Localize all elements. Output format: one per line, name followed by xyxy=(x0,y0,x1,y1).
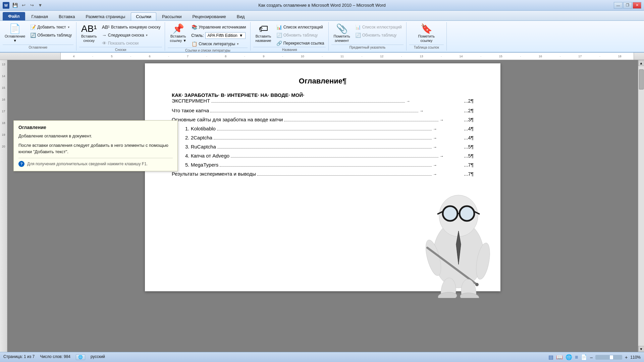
update-table-button[interactable]: 🔄 Обновить таблицу xyxy=(29,32,73,39)
undo-button[interactable]: ↩ xyxy=(20,2,27,9)
citations-content: 📌 Вставитьссылку ▼ 📚 Управление источник… xyxy=(168,23,248,48)
ribbon-group-index: 📎 Пометитьэлемент 📊 Список иллюстраций 🔄… xyxy=(329,22,406,51)
ribbon-group-captions: 🏷 Вставитьназвание 📊 Список иллюстраций … xyxy=(251,22,329,51)
add-text-icon: 📝 xyxy=(30,24,36,30)
mark-element-icon: 📎 xyxy=(336,24,348,34)
scroll-up-button[interactable]: ▲ xyxy=(638,60,644,66)
manage-sources-btn[interactable]: 📚 Управление источниками xyxy=(190,23,248,31)
tab-file[interactable]: Файл xyxy=(3,12,25,20)
update-index-label: Обновить таблицу xyxy=(362,33,397,38)
view-outline-btn[interactable]: ≡ xyxy=(575,354,578,360)
language-button[interactable]: 🌐 xyxy=(76,354,85,360)
svg-point-4 xyxy=(460,206,474,221)
document[interactable]: Оглавление¶ КАК· ЗАРАБОТАТЬ· В· ИНТЕРНЕТ… xyxy=(145,63,500,291)
bibliography-label: Список литературы xyxy=(199,42,235,46)
tab-home[interactable]: Главная xyxy=(26,12,53,20)
toc-entry-4: 2. 2Captcha → ...4¶ xyxy=(172,135,474,140)
tab-page-layout[interactable]: Разметка страницы xyxy=(80,12,130,20)
toc-text-6: 4. Капча от Advego xyxy=(185,153,229,159)
view-web-btn[interactable]: 🌐 xyxy=(566,354,572,360)
style-dropdown[interactable]: APA Fifth Edition ▼ xyxy=(205,32,246,39)
update-table2-btn[interactable]: 🔄 Обновить таблицу xyxy=(275,32,326,39)
next-footnote-label: Следующая сноска xyxy=(108,33,144,38)
style-row: Стиль: APA Fifth Edition ▼ xyxy=(190,32,248,40)
status-left: Страница: 1 из 7 Число слов: 984 🌐 русск… xyxy=(3,354,105,360)
toc-col: 📝 Добавить текст ▼ 🔄 Обновить таблицу xyxy=(29,23,73,39)
toc-entry-2: Основные сайты для заработка на вводе ка… xyxy=(172,117,474,122)
toc-button[interactable]: 📄 Оглавление ▼ xyxy=(3,23,27,44)
insert-citation-label: Вставитьссылку ▼ xyxy=(170,34,186,43)
status-right: ▤ 📖 🌐 ≡ 📄 – + 110% xyxy=(548,354,641,360)
bibliography-btn[interactable]: 📋 Список литературы ▼ xyxy=(190,40,248,48)
toc-text-4: 2. 2Captcha xyxy=(185,135,212,140)
toc-icon: 📄 xyxy=(9,24,21,34)
footnotes-group-label: Сноски xyxy=(79,47,162,52)
figure-container xyxy=(410,157,507,298)
insert-index-btn[interactable]: 📊 Список иллюстраций xyxy=(354,23,404,31)
window-title: Как создать оглавление в Microsoft Word … xyxy=(258,3,385,8)
zoom-thumb[interactable] xyxy=(609,355,613,360)
tab-review[interactable]: Рецензирование xyxy=(187,12,231,20)
toc-arrow-4: → xyxy=(433,136,437,140)
tab-view[interactable]: Вид xyxy=(232,12,250,20)
cross-ref-btn[interactable]: 🔗 Перекрестная ссылка xyxy=(275,40,326,47)
figures-list-btn[interactable]: 📊 Список иллюстраций xyxy=(275,23,326,31)
insert-endnote-btn[interactable]: AB¹ Вставить концевую сноску xyxy=(100,23,162,31)
save-button[interactable]: 💾 xyxy=(11,2,19,9)
captions-col: 📊 Список иллюстраций 🔄 Обновить таблицу … xyxy=(275,23,326,47)
toa-content: 🔖 Пометитьссылку xyxy=(416,23,437,45)
update-index-btn[interactable]: 🔄 Обновить таблицу xyxy=(354,32,404,39)
footnotes-content: AB¹ Вставитьсноску AB¹ Вставить концевую… xyxy=(79,23,162,47)
citations-col: 📚 Управление источниками Стиль: APA Fift… xyxy=(190,23,248,48)
vertical-scrollbar[interactable]: ▲ ▼ xyxy=(638,60,644,352)
close-button[interactable]: ✕ xyxy=(633,2,641,9)
toc-entry-0: КАК· ЗАРАБОТАТЬ· В· ИНТЕРНЕТЕ· НА· ВВОДЕ… xyxy=(172,92,474,104)
toc-arrow-2: → xyxy=(440,118,444,122)
add-text-button[interactable]: 📝 Добавить текст ▼ xyxy=(29,23,73,31)
mark-element-btn[interactable]: 📎 Пометитьэлемент xyxy=(331,23,352,44)
customize-button[interactable]: ▼ xyxy=(37,2,44,9)
toc-arrow-1: → xyxy=(420,109,424,113)
zoom-minus[interactable]: – xyxy=(590,355,593,360)
next-footnote-btn[interactable]: → Следующая сноска ▼ xyxy=(100,32,162,39)
insert-citation-btn[interactable]: 📌 Вставитьссылку ▼ xyxy=(168,23,189,44)
figures-list-label: Список иллюстраций xyxy=(283,25,323,29)
insert-index-label: Список иллюстраций xyxy=(362,25,402,29)
toc-page-0: ...2¶ xyxy=(464,98,474,104)
insert-caption-btn[interactable]: 🏷 Вставитьназвание xyxy=(253,23,273,44)
scroll-thumb[interactable] xyxy=(639,69,644,89)
document-area[interactable]: Оглавление Добавление оглавления в докум… xyxy=(7,60,638,352)
toc-text-1: Что такое капча xyxy=(172,108,209,113)
minimize-button[interactable]: — xyxy=(614,2,623,9)
scroll-track[interactable] xyxy=(639,66,644,346)
document-title: Оглавление¶ xyxy=(172,77,474,85)
zoom-slider[interactable] xyxy=(595,355,622,360)
toc-group-content: 📄 Оглавление ▼ 📝 Добавить текст ▼ 🔄 Обно… xyxy=(3,23,73,45)
scroll-down-button[interactable]: ▼ xyxy=(638,346,644,352)
toc-text-0: КАК· ЗАРАБОТАТЬ· В· ИНТЕРНЕТЕ· НА· ВВОДЕ… xyxy=(172,92,304,98)
view-reading-btn[interactable]: 📖 xyxy=(556,354,563,360)
view-draft-btn[interactable]: 📄 xyxy=(581,354,587,360)
redo-button[interactable]: ↪ xyxy=(28,2,36,9)
toc-text-2: Основные сайты для заработка на вводе ка… xyxy=(172,117,283,122)
mark-citation-btn[interactable]: 🔖 Пометитьссылку xyxy=(416,23,437,44)
toc-arrow-0: → xyxy=(406,99,410,104)
ribbon-group-citations: 📌 Вставитьссылку ▼ 📚 Управление источник… xyxy=(165,22,251,51)
show-notes-btn[interactable]: 👁 Показать сноски xyxy=(100,40,162,47)
tab-mailings[interactable]: Рассылки xyxy=(157,12,186,20)
tooltip-title: Оглавление xyxy=(18,125,173,130)
insert-caption-icon: 🏷 xyxy=(259,24,268,34)
restore-button[interactable]: ❐ xyxy=(623,2,632,9)
view-normal-btn[interactable]: ▤ xyxy=(548,354,553,360)
toc-dropdown-arrow: ▼ xyxy=(13,39,17,43)
cross-ref-label: Перекрестная ссылка xyxy=(283,41,324,46)
tab-references[interactable]: Ссылки xyxy=(131,12,156,20)
toc-page-4: ...4¶ xyxy=(464,135,474,140)
toc-continuation-0: ЭКСПЕРИМЕНТ xyxy=(172,98,210,104)
zoom-plus[interactable]: + xyxy=(625,355,628,360)
tab-insert[interactable]: Вставка xyxy=(54,12,80,20)
insert-footnote-btn[interactable]: AB¹ Вставитьсноску xyxy=(79,23,99,44)
mark-citation-icon: 🔖 xyxy=(421,24,432,34)
horizontal-ruler: 4· 5· 6· 7· 8· 9· 10· 11· 12· 13· 14· 15… xyxy=(0,53,644,60)
style-value: APA Fifth Edition xyxy=(208,33,237,38)
